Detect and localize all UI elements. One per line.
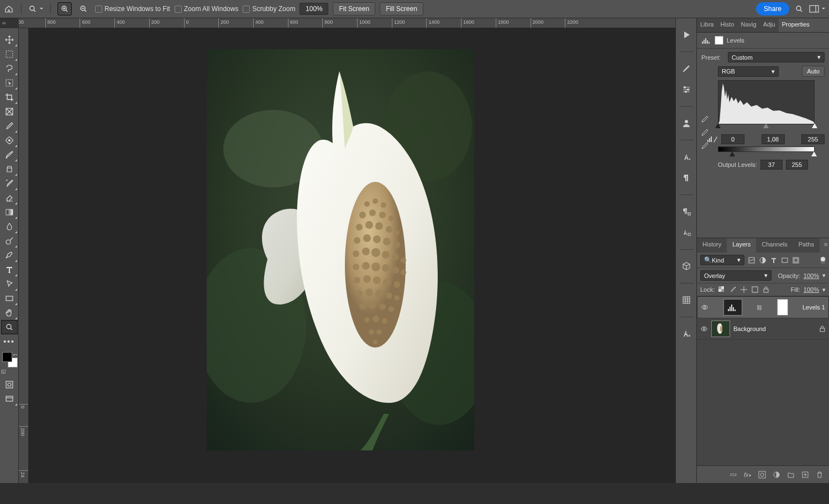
layer-row[interactable]: Background: [697, 318, 829, 340]
clone-tool[interactable]: [1, 162, 18, 176]
tab-adjustments[interactable]: Adju: [760, 18, 779, 32]
history-brush-tool[interactable]: [1, 176, 18, 191]
tab-properties[interactable]: Properties: [779, 18, 813, 32]
blur-tool[interactable]: [1, 219, 18, 234]
tab-history[interactable]: History: [697, 238, 727, 253]
document-canvas[interactable]: [207, 49, 474, 450]
lock-icon[interactable]: [819, 326, 826, 332]
spot-heal-tool[interactable]: [1, 133, 18, 148]
tab-navigator[interactable]: Navig: [738, 18, 760, 32]
search-icon[interactable]: [794, 3, 805, 14]
share-button[interactable]: Share: [756, 2, 789, 15]
workspace-switcher[interactable]: [809, 5, 826, 13]
fx-icon[interactable]: fx▾: [744, 471, 752, 479]
layer-row[interactable]: ⛓ Levels 1: [697, 296, 829, 318]
histogram[interactable]: [718, 80, 815, 124]
visibility-toggle[interactable]: [701, 303, 709, 311]
canvas-area[interactable]: [29, 28, 696, 504]
channel-select[interactable]: RGB▾: [718, 66, 779, 77]
new-layer-icon[interactable]: [801, 471, 809, 479]
mask-thumb-icon[interactable]: [715, 36, 723, 45]
output-black-input[interactable]: 37: [760, 160, 783, 170]
output-white-input[interactable]: 255: [786, 160, 808, 170]
dodge-tool[interactable]: [1, 234, 18, 248]
character-icon[interactable]: [680, 150, 693, 164]
layer-name[interactable]: Background: [733, 326, 766, 332]
input-gamma-input[interactable]: 1,08: [762, 134, 785, 144]
filter-adjust-icon[interactable]: [759, 256, 767, 264]
filter-shape-icon[interactable]: [781, 256, 789, 264]
hand-tool[interactable]: [1, 306, 18, 320]
layer-name[interactable]: Levels 1: [802, 304, 825, 311]
layer-filter-select[interactable]: 🔍 Kind▾: [700, 255, 744, 265]
blend-mode-select[interactable]: Overlay▾: [700, 270, 772, 281]
move-tool[interactable]: [1, 33, 18, 47]
link-layers-icon[interactable]: [730, 471, 737, 479]
cube-icon[interactable]: [680, 260, 693, 273]
white-eyedropper-icon[interactable]: [700, 141, 709, 150]
input-white-input[interactable]: 255: [801, 134, 825, 144]
screen-mode-button[interactable]: [1, 392, 18, 406]
filter-toggle[interactable]: [820, 256, 826, 264]
edit-toolbar[interactable]: •••: [1, 334, 18, 349]
color-swatches[interactable]: ⤺ ◱: [1, 352, 18, 374]
black-eyedropper-icon[interactable]: [700, 115, 709, 124]
rectangle-tool[interactable]: [1, 291, 18, 306]
delete-layer-icon[interactable]: [816, 471, 823, 479]
zoom-out-button[interactable]: [76, 2, 91, 15]
layer-thumbnail[interactable]: [723, 299, 742, 316]
gray-eyedropper-icon[interactable]: [700, 128, 709, 137]
filter-type-icon[interactable]: [770, 256, 778, 264]
object-select-tool[interactable]: [1, 76, 18, 90]
lock-pixels-icon[interactable]: [729, 286, 737, 293]
input-slider[interactable]: [718, 123, 815, 129]
collapse-left-icon[interactable]: ››: [2, 20, 6, 26]
lock-artboard-icon[interactable]: [751, 286, 759, 293]
grid-icon[interactable]: [680, 293, 693, 307]
filter-pixel-icon[interactable]: [748, 256, 755, 264]
panel-menu-icon[interactable]: ≡: [820, 238, 829, 253]
adjustment-layer-icon[interactable]: [773, 471, 780, 479]
brushes-icon[interactable]: [680, 62, 693, 75]
layer-mask-thumbnail[interactable]: [777, 299, 788, 316]
vertical-ruler[interactable]: 0 200 24: [19, 28, 29, 504]
tab-layers[interactable]: Layers: [727, 238, 756, 253]
output-gradient[interactable]: [718, 146, 815, 152]
home-icon[interactable]: [3, 3, 14, 14]
type-tool[interactable]: [1, 262, 18, 277]
fit-screen-button[interactable]: Fit Screen: [333, 2, 375, 15]
input-black-input[interactable]: 0: [721, 134, 744, 144]
resize-windows-checkbox[interactable]: [95, 6, 102, 13]
group-icon[interactable]: [787, 471, 795, 479]
default-colors-icon[interactable]: ◱: [1, 369, 6, 374]
filter-smart-icon[interactable]: [792, 256, 800, 264]
brush-tool[interactable]: [1, 148, 18, 162]
zoom-tool[interactable]: [1, 320, 18, 334]
lasso-tool[interactable]: [1, 61, 18, 76]
lock-all-icon[interactable]: [762, 286, 770, 293]
tab-channels[interactable]: Channels: [756, 238, 793, 253]
zoom-in-button[interactable]: [57, 2, 72, 15]
eyedropper-tool[interactable]: [1, 119, 18, 133]
scrubby-zoom-checkbox[interactable]: [243, 6, 250, 13]
fill-value[interactable]: 100%: [804, 286, 819, 293]
quick-mask-button[interactable]: [1, 377, 18, 392]
tab-histogram[interactable]: Histo: [717, 18, 737, 32]
opacity-value[interactable]: 100%: [804, 272, 819, 279]
person-icon[interactable]: [680, 117, 693, 130]
foreground-color[interactable]: [2, 352, 12, 362]
preset-select[interactable]: Custom▾: [728, 52, 825, 62]
fill-screen-button[interactable]: Fill Screen: [380, 2, 423, 15]
char-styles-icon[interactable]: [680, 226, 693, 239]
rect-marquee-tool[interactable]: [1, 47, 18, 61]
crop-tool[interactable]: [1, 90, 18, 104]
tool-preset[interactable]: [28, 4, 44, 13]
eraser-tool[interactable]: [1, 191, 18, 205]
auto-button[interactable]: Auto: [802, 66, 825, 77]
paragraph-icon[interactable]: [680, 171, 693, 185]
mask-icon[interactable]: [758, 471, 766, 479]
pen-tool[interactable]: [1, 248, 18, 262]
zoom-all-checkbox[interactable]: [175, 6, 182, 13]
gradient-tool[interactable]: [1, 205, 18, 219]
frame-tool[interactable]: [1, 104, 18, 119]
